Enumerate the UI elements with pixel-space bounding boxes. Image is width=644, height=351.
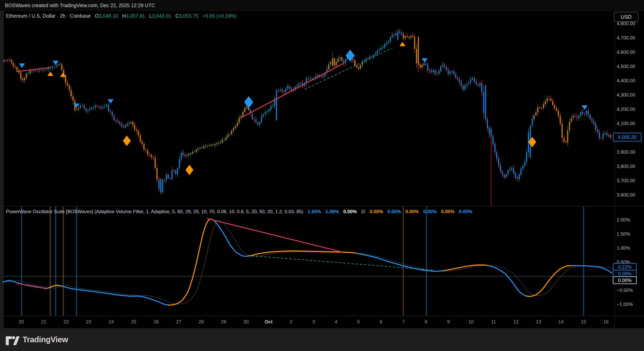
svg-text:16: 16 (604, 319, 609, 324)
svg-text:26: 26 (154, 319, 159, 324)
bottom-toolbar: TradingView (0, 328, 644, 351)
oscillator-value: 0.00% (459, 209, 472, 214)
oscillator-value: 0.00% (388, 209, 401, 214)
svg-text:3,600.00: 3,600.00 (617, 192, 635, 197)
oscillator-value: 0.00% (406, 209, 419, 214)
high-label: H (122, 13, 126, 19)
svg-text:1.50%: 1.50% (617, 231, 630, 237)
oscillator-value: 1.55% (308, 209, 321, 214)
svg-text:4,500.00: 4,500.00 (617, 64, 635, 69)
oscillator-value: 0.00% (423, 209, 437, 214)
tradingview-wordmark[interactable]: TradingView (22, 335, 68, 344)
svg-text:8: 8 (425, 319, 427, 324)
svg-text:0.09%: 0.09% (618, 271, 632, 276)
open-label: O (95, 13, 99, 19)
svg-text:3,800.00: 3,800.00 (617, 164, 635, 169)
svg-text:0.22%: 0.22% (618, 264, 632, 270)
oscillator-value: 0.00% (441, 209, 454, 214)
svg-text:4,300.00: 4,300.00 (617, 92, 635, 98)
close-value: 3,053.75 (179, 13, 198, 19)
svg-text:7: 7 (402, 319, 405, 324)
svg-text:6: 6 (380, 319, 382, 324)
oscillator-value: 0.00% (344, 209, 357, 214)
svg-text:20: 20 (19, 319, 24, 324)
svg-text:28: 28 (198, 319, 204, 324)
svg-text:15: 15 (581, 319, 586, 324)
svg-text:21: 21 (41, 319, 46, 324)
svg-text:24: 24 (108, 319, 114, 324)
low-label: L (149, 13, 152, 19)
oscillator-title[interactable]: PowerWave Oscillator Suite [BOSWaves] (A… (6, 209, 303, 214)
tradingview-screenshot: BOSWaves created with TradingView.com, D… (0, 0, 644, 351)
svg-text:5: 5 (357, 319, 360, 324)
svg-text:1.00%: 1.00% (617, 245, 630, 251)
svg-text:12: 12 (514, 319, 519, 324)
svg-text:22: 22 (64, 319, 69, 324)
svg-text:Oct: Oct (264, 319, 272, 324)
svg-text:3: 3 (312, 319, 315, 324)
open-value: 3,048.10 (99, 13, 118, 19)
svg-text:29: 29 (221, 319, 226, 324)
oscillator-values: 1.55%1.58%0.00%∅0.00%0.00%0.00%0.00%0.00… (304, 209, 474, 214)
close-label: C (175, 13, 179, 19)
svg-text:11: 11 (491, 319, 496, 324)
high-value: 3,057.91 (126, 13, 145, 19)
main-chart-legend[interactable]: Ethereum / U.S. Dollar · 2h · Coinbase O… (6, 13, 236, 19)
svg-text:0.00%: 0.00% (618, 278, 632, 283)
tradingview-logo-icon[interactable] (6, 333, 20, 346)
svg-text:4: 4 (335, 319, 337, 324)
change-value: +5.65 (+0.19%) (202, 13, 236, 19)
svg-text:4,600.00: 4,600.00 (617, 49, 635, 55)
svg-text:25: 25 (131, 319, 136, 324)
svg-text:13: 13 (536, 319, 541, 324)
low-value: 3,043.01 (152, 13, 171, 19)
svg-text:23: 23 (86, 319, 91, 324)
svg-text:4,100.00: 4,100.00 (617, 121, 635, 126)
svg-text:10: 10 (468, 319, 474, 324)
svg-text:2.00%: 2.00% (617, 217, 630, 222)
currency-label: USD (621, 14, 632, 20)
svg-text:−0.50%: −0.50% (617, 287, 633, 293)
oscillator-legend[interactable]: PowerWave Oscillator Suite [BOSWaves] (A… (6, 209, 475, 214)
symbol-title[interactable]: Ethereum / U.S. Dollar · 2h · Coinbase (6, 13, 91, 19)
svg-text:4,200.00: 4,200.00 (617, 107, 635, 112)
svg-text:4,400.00: 4,400.00 (617, 78, 635, 83)
svg-text:3,900.00: 3,900.00 (617, 149, 635, 155)
svg-text:4,700.00: 4,700.00 (617, 35, 635, 41)
svg-text:14: 14 (558, 319, 564, 324)
svg-text:2: 2 (290, 319, 292, 324)
oscillator-value: 1.58% (325, 209, 339, 214)
currency-toggle-button[interactable]: USD (614, 12, 638, 22)
svg-text:3,700.00: 3,700.00 (617, 178, 635, 183)
svg-text:27: 27 (176, 319, 181, 324)
svg-text:−1.00%: −1.00% (617, 302, 633, 307)
svg-text:30: 30 (244, 319, 249, 324)
oscillator-value: 0.00% (370, 209, 383, 214)
oscillator-value: ∅ (361, 209, 366, 214)
svg-text:4,005.20: 4,005.20 (618, 134, 636, 140)
chart-canvas[interactable]: 4,800.004,700.004,600.004,500.004,400.00… (0, 0, 644, 351)
svg-text:9: 9 (447, 319, 450, 324)
